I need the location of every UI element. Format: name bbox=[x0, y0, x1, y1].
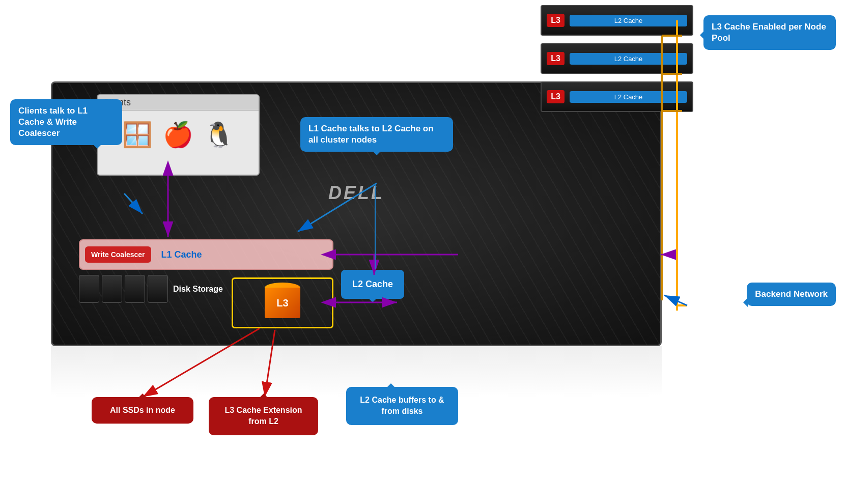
l3-cache-extension-text: L3 Cache Extension from L2 bbox=[224, 406, 302, 426]
l3-text: L3 bbox=[276, 297, 288, 309]
write-coalescer-label: Write Coalescer bbox=[85, 246, 151, 263]
disk-2 bbox=[102, 275, 122, 303]
write-coalescer-l1-bar: Write Coalescer L1 Cache bbox=[79, 239, 333, 270]
disk-4 bbox=[148, 275, 168, 303]
l2-cache-buffers-text: L2 Cache buffers to & from disks bbox=[360, 396, 444, 415]
l2-cache-buffers-callout: L2 Cache buffers to & from disks bbox=[346, 387, 458, 425]
node-1-l3-badge: L3 bbox=[547, 14, 565, 27]
l3-cache-enabled-text: L3 Cache Enabled per Node Pool bbox=[712, 22, 826, 43]
clients-talk-callout: Clients talk to L1 Cache & Write Coalesc… bbox=[10, 99, 122, 145]
l3-cache-enabled-callout: L3 Cache Enabled per Node Pool bbox=[703, 15, 836, 50]
node-2-l2-badge: L2 Cache bbox=[570, 53, 687, 65]
node-2-l3-badge: L3 bbox=[547, 52, 565, 65]
l3-box: L3 bbox=[232, 277, 333, 328]
disk-1 bbox=[79, 275, 99, 303]
node-3-l2-badge: L2 Cache bbox=[570, 91, 687, 103]
l2-cache-bubble: L2 Cache bbox=[341, 270, 404, 299]
l2-cache-label: L2 Cache bbox=[352, 279, 393, 289]
l3-cylinder-body: L3 bbox=[265, 288, 300, 318]
all-ssds-text: All SSDs in node bbox=[110, 406, 175, 414]
linux-icon: 🐧 bbox=[204, 121, 234, 149]
dell-logo: DELL bbox=[328, 182, 384, 204]
disk-storage-area: Disk Storage bbox=[79, 275, 223, 303]
backend-network-callout: Backend Network bbox=[747, 283, 836, 306]
l3-cylinder: L3 bbox=[265, 283, 300, 323]
l1-cache-label: L1 Cache bbox=[161, 249, 202, 260]
node-pool: L3 L2 Cache L3 L2 Cache L3 L2 Cache bbox=[541, 5, 703, 132]
disk-3 bbox=[125, 275, 145, 303]
l1-talks-l2-text: L1 Cache talks to L2 Cache on all cluste… bbox=[308, 124, 434, 145]
windows-icon: 🪟 bbox=[122, 121, 153, 149]
disk-storage-label: Disk Storage bbox=[173, 285, 223, 294]
all-ssds-callout: All SSDs in node bbox=[92, 397, 193, 424]
backend-to-server-arrow bbox=[664, 295, 687, 305]
node-server-2: L3 L2 Cache bbox=[541, 43, 693, 74]
diagram-container: DELL Clients 🪟 🍎 🐧 Write Coalescer L1 Ca… bbox=[0, 0, 846, 504]
l3-cache-extension-callout: L3 Cache Extension from L2 bbox=[209, 397, 318, 435]
node-server-1: L3 L2 Cache bbox=[541, 5, 693, 36]
backend-network-text: Backend Network bbox=[755, 289, 828, 299]
l1-talks-l2-callout: L1 Cache talks to L2 Cache on all cluste… bbox=[300, 117, 453, 152]
node-3-l3-badge: L3 bbox=[547, 90, 565, 103]
node-server-3: L3 L2 Cache bbox=[541, 81, 693, 112]
l2-cache-area: L2 Cache bbox=[341, 270, 404, 299]
node-1-l2-badge: L2 Cache bbox=[570, 15, 687, 26]
clients-talk-text: Clients talk to L1 Cache & Write Coalesc… bbox=[18, 106, 88, 138]
apple-icon: 🍎 bbox=[163, 121, 193, 149]
